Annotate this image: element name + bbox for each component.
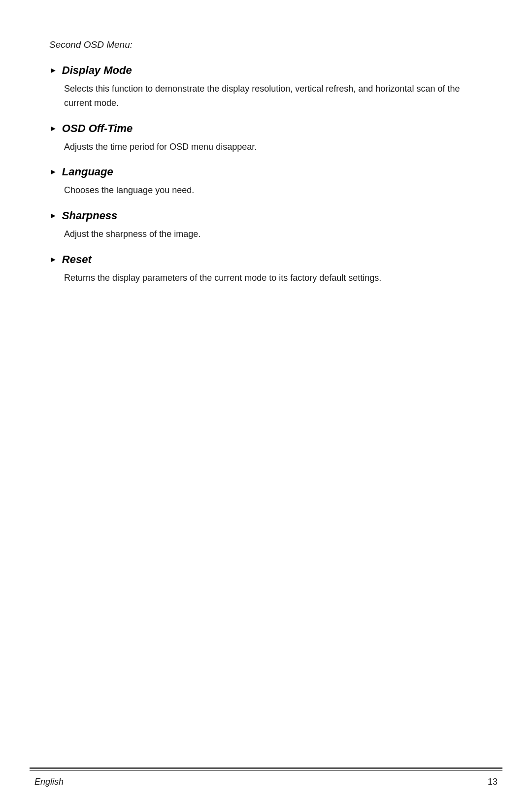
- footer-page-number: 13: [488, 777, 498, 787]
- menu-description-language: Chooses the language you need.: [49, 183, 483, 198]
- page-footer: English 13: [0, 767, 532, 797]
- heading-label-reset: Reset: [62, 253, 92, 266]
- heading-label-display-mode: Display Mode: [62, 64, 132, 77]
- menu-heading-language: ► Language: [49, 166, 483, 178]
- footer-language: English: [34, 777, 64, 787]
- heading-label-sharpness: Sharpness: [62, 209, 118, 222]
- menu-item-language: ► Language Chooses the language you need…: [49, 166, 483, 198]
- menu-item-sharpness: ► Sharpness Adjust the sharpness of the …: [49, 209, 483, 241]
- menu-description-osd-off-time: Adjusts the time period for OSD menu dis…: [49, 140, 483, 154]
- menu-heading-sharpness: ► Sharpness: [49, 209, 483, 222]
- menu-item-reset: ► Reset Returns the display parameters o…: [49, 253, 483, 285]
- menu-item-osd-off-time: ► OSD Off-Time Adjusts the time period f…: [49, 122, 483, 154]
- footer-content: English 13: [0, 771, 532, 797]
- heading-label-osd-off-time: OSD Off-Time: [62, 122, 133, 135]
- heading-label-language: Language: [62, 166, 113, 178]
- menu-heading-display-mode: ► Display Mode: [49, 64, 483, 77]
- menu-description-sharpness: Adjust the sharpness of the image.: [49, 227, 483, 241]
- menu-item-display-mode: ► Display Mode Selects this function to …: [49, 64, 483, 110]
- section-title: Second OSD Menu:: [49, 39, 483, 50]
- menu-heading-osd-off-time: ► OSD Off-Time: [49, 122, 483, 135]
- bullet-arrow-icon: ►: [49, 211, 57, 220]
- bullet-arrow-icon: ►: [49, 66, 57, 75]
- bullet-arrow-icon: ►: [49, 167, 57, 176]
- menu-heading-reset: ► Reset: [49, 253, 483, 266]
- bullet-arrow-icon: ►: [49, 124, 57, 133]
- page-content: Second OSD Menu: ► Display Mode Selects …: [0, 0, 532, 346]
- footer-line-top: [30, 767, 502, 769]
- bullet-arrow-icon: ►: [49, 255, 57, 264]
- menu-description-reset: Returns the display parameters of the cu…: [49, 271, 483, 285]
- menu-description-display-mode: Selects this function to demonstrate the…: [49, 82, 483, 110]
